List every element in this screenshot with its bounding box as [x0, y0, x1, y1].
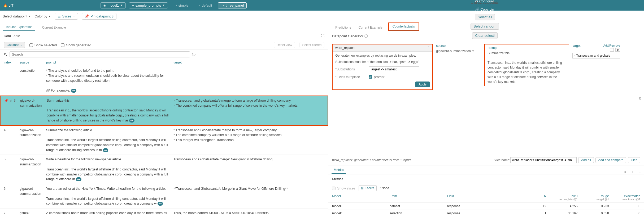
pin-icon[interactable]: 📌 — [4, 98, 8, 103]
generator-name: word_replacer — [335, 46, 355, 50]
right-tabs: Predictions Current Example Counterfactu… — [328, 22, 644, 31]
add-icon[interactable]: + — [610, 48, 614, 52]
model-selector[interactable]: ◈ model1 ▼ — [101, 2, 126, 8]
tab-counterfactuals[interactable]: Counterfactuals — [389, 23, 419, 30]
slices-button[interactable]: ☰ Slices ⌄ — [55, 13, 78, 20]
layout-simple[interactable]: ▭ simple — [171, 2, 191, 8]
right-panel: Predictions Current Example Counterfactu… — [328, 22, 644, 217]
table-header: index source prompt target — [0, 59, 328, 66]
layout-icon: ▭ — [197, 3, 200, 7]
clear-generated-button[interactable]: Clea — [628, 157, 640, 163]
select-filtered-button[interactable]: Select filtered — [299, 42, 325, 48]
metrics-row: model1 dataset response 12 4.255 0.233 0 — [328, 203, 644, 210]
col-source[interactable]: source — [20, 61, 46, 64]
generator-desc: Generate new examples by replacing words… — [335, 54, 430, 57]
layout-default[interactable]: ▭ default — [194, 2, 215, 8]
target-column: target Add/Remove + 🗑 - Transocean and g… — [572, 44, 620, 58]
tab-metrics[interactable]: Metrics — [332, 166, 346, 174]
table-row[interactable]: 5 gigaword-summarization Write a headlin… — [0, 155, 328, 184]
copy-icon[interactable]: ⧉ — [639, 96, 641, 101]
chevron-down-icon: ▼ — [472, 50, 474, 52]
delete-icon[interactable]: 🗑 — [615, 48, 620, 52]
search-input[interactable] — [10, 51, 190, 57]
text-icon[interactable]: T — [632, 170, 634, 174]
apply-button[interactable]: Apply — [415, 82, 430, 87]
down-icon[interactable]: ↓ — [639, 170, 641, 174]
show-selected-checkbox[interactable]: Show selected — [29, 43, 57, 47]
target-label: target — [572, 44, 581, 48]
table-row[interactable]: 6 gigaword-summarization You are an edit… — [0, 184, 328, 209]
more-icon[interactable]: ••• — [76, 177, 81, 181]
show-generated-checkbox[interactable]: Show generated — [61, 43, 91, 47]
left-tabs: Tabular Exploration Current Example — [0, 22, 328, 31]
chevron-down-icon: ⌄ — [73, 15, 75, 18]
more-icon[interactable]: ••• — [158, 202, 163, 206]
dataset-selector[interactable]: ≡ sample_prompts ▼ — [129, 2, 168, 8]
flame-icon: 🔥 — [3, 3, 7, 7]
more-icon[interactable]: ••• — [71, 89, 77, 93]
pin-datapoint-button[interactable]: 📌 Pin datapoint 3 — [82, 13, 116, 20]
chevron-down-icon: ⌄ — [20, 44, 22, 47]
tab-current-example[interactable]: Current Example — [40, 24, 68, 31]
substitutions-input[interactable] — [369, 66, 419, 72]
facets-none: : None — [380, 186, 389, 190]
table-row[interactable]: constitution * The analysis should be br… — [0, 66, 328, 96]
col-target[interactable]: target — [173, 61, 324, 64]
add-remove-link[interactable]: Add/Remove — [603, 44, 620, 47]
star-icon[interactable]: ☆ — [10, 98, 13, 103]
source-value-dropdown[interactable]: gigaword-summarization ▼ — [436, 49, 481, 53]
slice-name-label: Slice name: — [494, 158, 510, 162]
tab-current-example-right[interactable]: Current Example — [355, 24, 386, 31]
grid-icon: ⊞ — [361, 186, 364, 190]
add-all-button[interactable]: Add all — [578, 157, 594, 163]
table-row[interactable]: 4 gigaword-summarization Summarize the f… — [0, 126, 328, 155]
chip-icon: ◈ — [103, 3, 106, 7]
metrics-title: Metrics — [328, 174, 644, 184]
generator-desc-2: Substitutions must be of the form 'foo -… — [335, 60, 430, 64]
word-replacer-panel: word_replacer ⌃ Generate new examples by… — [332, 44, 433, 90]
source-label: source — [436, 44, 481, 48]
more-icon[interactable]: ••• — [129, 119, 135, 123]
add-and-compare-button[interactable]: Add and compare — [595, 157, 626, 163]
target-value[interactable]: - Transocean and globals — [572, 53, 620, 58]
layout-icon: ▭ — [221, 3, 224, 7]
table-body: constitution * The analysis should be br… — [0, 66, 328, 217]
reset-view-button[interactable]: Reset view — [274, 42, 295, 48]
slices-icon: ☰ — [58, 14, 61, 18]
fields-prompt-checkbox[interactable]: prompt — [369, 75, 384, 79]
more-icon[interactable]: ••• — [103, 148, 108, 152]
show-slices-checkbox[interactable]: Show slices — [332, 186, 355, 190]
left-panel: Tabular Exploration Current Example Data… — [0, 22, 328, 217]
help-icon[interactable]: ⓘ — [364, 34, 368, 38]
tab-tabular-exploration[interactable]: Tabular Exploration — [3, 24, 35, 31]
tab-predictions[interactable]: Predictions — [332, 24, 355, 31]
select-datapoint-dropdown[interactable]: Select datapoint ▼ — [3, 14, 31, 18]
help-icon[interactable]: ⓘ — [192, 52, 195, 57]
collapse-icon[interactable]: ⌃ — [427, 46, 430, 50]
chevron-down-icon: ▼ — [28, 15, 31, 18]
col-index[interactable]: index — [4, 61, 20, 64]
layout-icon: ▭ — [174, 3, 177, 7]
layout-three-panel[interactable]: ▭ three_panel — [218, 2, 247, 8]
next-datapoint[interactable]: › — [484, 7, 485, 11]
search-icon — [4, 53, 7, 56]
fields-label: *Fields to replace — [335, 75, 364, 79]
substitutions-label: *Substitutions — [335, 67, 364, 71]
datapoint-generator-title: Datapoint Generator ⓘ — [328, 31, 644, 41]
source-column: source gigaword-summarization ▼ — [436, 44, 481, 53]
select-all-button[interactable]: Select all — [475, 14, 495, 20]
menu-icon[interactable]: = — [624, 170, 626, 174]
fullscreen-icon[interactable]: ⛶ — [321, 34, 324, 38]
app-name: LIT — [8, 3, 14, 7]
selection-toolbar: Select datapoint ▼ Color by ▼ ☰ Slices ⌄… — [0, 11, 644, 22]
slice-name-input[interactable] — [510, 157, 577, 163]
table-row[interactable]: 7 gsm8k A carnival snack booth made $50 … — [0, 209, 328, 217]
facets-button[interactable]: ⊞ Facets — [359, 185, 377, 191]
dataset-name: sample_prompts — [136, 3, 161, 7]
color-by-dropdown[interactable]: Color by ▼ — [34, 14, 51, 18]
col-prompt[interactable]: prompt — [46, 61, 173, 64]
prompt-column: prompt Summarize this. Transocean inc., … — [484, 44, 569, 86]
columns-dropdown[interactable]: Columns ⌄ — [4, 42, 25, 48]
table-row[interactable]: 📌☆3 gigaword-summarization Summarize thi… — [0, 96, 328, 126]
pin-icon: 📌 — [85, 14, 89, 18]
